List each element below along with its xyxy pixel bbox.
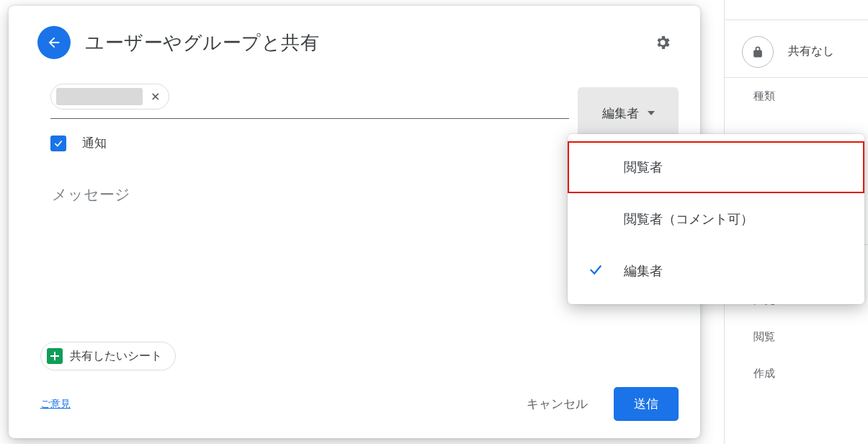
share-status-row: 共有なし	[725, 26, 868, 78]
arrow-left-icon	[46, 35, 62, 50]
role-selector-label: 編集者	[602, 105, 639, 122]
check-icon	[53, 138, 63, 148]
panel-top-strip	[725, 0, 868, 20]
notify-label: 通知	[82, 135, 107, 151]
back-button[interactable]	[37, 26, 71, 59]
settings-button[interactable]	[650, 30, 676, 56]
person-chip[interactable]	[50, 84, 169, 110]
send-button[interactable]: 送信	[614, 387, 679, 421]
feedback-link[interactable]: ご意見	[40, 398, 71, 411]
role-option-label: 編集者	[624, 262, 663, 280]
share-status-label: 共有なし	[788, 44, 834, 59]
notify-checkbox[interactable]	[50, 136, 66, 151]
role-option-label: 閲覧者（コメント可）	[624, 210, 753, 228]
panel-item[interactable]: 作成	[725, 355, 868, 392]
remove-chip-button[interactable]	[147, 88, 164, 105]
sheets-icon	[47, 348, 63, 364]
panel-item[interactable]: 種類	[725, 78, 868, 115]
people-input-row[interactable]	[50, 84, 569, 119]
file-chip[interactable]: 共有したいシート	[40, 342, 176, 370]
check-icon	[588, 262, 604, 281]
role-option-editor[interactable]: 編集者	[568, 245, 864, 297]
role-option-label: 閲覧者	[624, 159, 663, 176]
role-option-viewer[interactable]: 閲覧者	[568, 141, 864, 193]
dialog-footer: ご意見 キャンセル 送信	[40, 387, 679, 421]
role-menu: 閲覧者 閲覧者（コメント可） 編集者	[568, 134, 864, 304]
dialog-title: ユーザーやグループと共有	[85, 30, 650, 56]
role-option-commenter[interactable]: 閲覧者（コメント可）	[568, 193, 864, 245]
redacted-placeholder	[56, 88, 143, 105]
cancel-button[interactable]: キャンセル	[527, 396, 588, 412]
dialog-header: ユーザーやグループと共有	[9, 6, 700, 66]
chevron-down-icon	[648, 111, 655, 115]
role-selector[interactable]: 編集者	[578, 87, 679, 139]
lock-icon	[742, 36, 774, 68]
file-chip-label: 共有したいシート	[70, 349, 162, 364]
panel-item[interactable]: 閲覧	[725, 319, 868, 355]
close-icon	[150, 91, 161, 102]
gear-icon	[654, 34, 671, 51]
